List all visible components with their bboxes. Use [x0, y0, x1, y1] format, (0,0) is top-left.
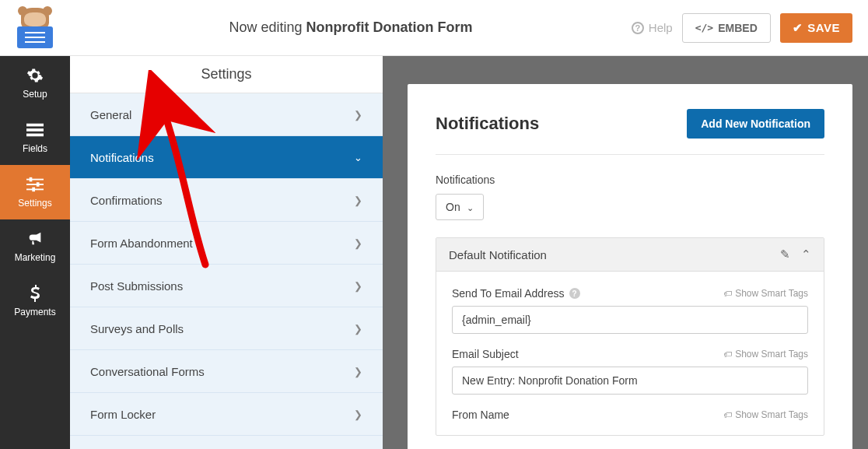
notifications-toggle[interactable]: On ⌄ — [436, 194, 484, 220]
settings-item-conversational-forms[interactable]: Conversational Forms ❯ — [70, 350, 383, 393]
svg-rect-5 — [26, 184, 44, 185]
left-nav: Setup Fields Settings Marketing Payments — [0, 56, 70, 449]
check-icon: ✔ — [793, 21, 803, 35]
svg-rect-6 — [37, 182, 40, 187]
embed-button[interactable]: </> EMBED — [682, 13, 771, 43]
svg-rect-2 — [26, 134, 44, 137]
nav-label: Setup — [23, 89, 47, 100]
smart-tags-toggle[interactable]: 🏷 Show Smart Tags — [723, 288, 808, 299]
smart-tags-toggle[interactable]: 🏷 Show Smart Tags — [723, 349, 808, 360]
nav-settings[interactable]: Settings — [0, 165, 70, 219]
nav-label: Settings — [18, 198, 51, 209]
help-link[interactable]: ? Help — [632, 21, 673, 34]
tag-icon: 🏷 — [723, 289, 732, 298]
collapse-icon[interactable]: ⌃ — [801, 247, 811, 261]
settings-item-label: Conversational Forms — [90, 365, 205, 378]
tag-icon: 🏷 — [723, 349, 732, 359]
settings-item-label: Notifications — [90, 151, 154, 164]
dollar-icon — [26, 285, 44, 302]
card-title: Notifications — [436, 114, 539, 134]
svg-rect-0 — [26, 124, 44, 127]
nav-setup[interactable]: Setup — [0, 56, 70, 110]
svg-rect-1 — [26, 128, 44, 132]
settings-item-confirmations[interactable]: Confirmations ❯ — [70, 179, 383, 222]
settings-item-label: Form Abandonment — [90, 237, 193, 250]
nav-label: Fields — [23, 143, 47, 154]
chevron-right-icon: ❯ — [354, 195, 362, 206]
edit-icon[interactable]: ✎ — [780, 247, 790, 261]
smart-tags-toggle[interactable]: 🏷 Show Smart Tags — [723, 409, 808, 420]
sliders-icon — [26, 176, 44, 193]
wpforms-logo — [0, 8, 70, 48]
gear-icon — [26, 67, 44, 84]
chevron-down-icon: ⌄ — [354, 152, 362, 163]
list-icon — [26, 121, 44, 139]
settings-item-label: Form Locker — [90, 408, 156, 421]
send-to-label: Send To Email Address ? — [452, 287, 580, 300]
help-label: Help — [649, 21, 673, 34]
svg-rect-3 — [26, 179, 44, 181]
panel-title: Default Notification — [449, 248, 547, 261]
save-button[interactable]: ✔ SAVE — [780, 13, 852, 43]
toggle-value: On — [446, 201, 460, 213]
chevron-right-icon: ❯ — [354, 323, 362, 335]
settings-item-label: Confirmations — [90, 194, 163, 207]
code-icon: </> — [695, 22, 713, 33]
settings-header: Settings — [70, 56, 383, 93]
embed-label: EMBED — [718, 22, 758, 34]
chevron-right-icon: ❯ — [354, 366, 362, 377]
settings-item-post-submissions[interactable]: Post Submissions ❯ — [70, 265, 383, 307]
nav-payments[interactable]: Payments — [0, 274, 70, 328]
settings-item-notifications[interactable]: Notifications ⌄ — [70, 136, 383, 179]
settings-item-label: Post Submissions — [90, 279, 183, 293]
send-to-input[interactable] — [452, 306, 808, 334]
settings-item-general[interactable]: General ❯ — [70, 93, 383, 136]
editing-prefix: Now editing — [229, 19, 306, 35]
svg-rect-8 — [32, 188, 35, 192]
tag-icon: 🏷 — [723, 410, 732, 419]
chevron-right-icon: ❯ — [354, 409, 362, 420]
nav-marketing[interactable]: Marketing — [0, 219, 70, 274]
nav-fields[interactable]: Fields — [0, 110, 70, 165]
settings-item-label: Surveys and Polls — [90, 322, 184, 335]
add-notification-button[interactable]: Add New Notification — [687, 109, 824, 139]
help-tooltip-icon[interactable]: ? — [569, 288, 580, 299]
from-name-label: From Name — [452, 409, 509, 421]
subject-input[interactable] — [452, 367, 808, 395]
settings-item-surveys-polls[interactable]: Surveys and Polls ❯ — [70, 307, 383, 350]
settings-item-form-abandonment[interactable]: Form Abandonment ❯ — [70, 222, 383, 265]
settings-item-form-locker[interactable]: Form Locker ❯ — [70, 393, 383, 436]
bullhorn-icon — [26, 230, 44, 247]
settings-item-label: General — [90, 108, 131, 121]
notification-panel: Default Notification ✎ ⌃ Send To Email A… — [436, 237, 824, 436]
nav-label: Payments — [14, 307, 55, 317]
page-title: Now editing Nonprofit Donation Form — [70, 19, 632, 36]
nav-label: Marketing — [15, 252, 56, 263]
save-label: SAVE — [807, 21, 840, 34]
notifications-toggle-label: Notifications — [436, 174, 824, 186]
main-card: Notifications Add New Notification Notif… — [408, 84, 852, 449]
subject-label: Email Subject — [452, 348, 519, 360]
form-name: Nonprofit Donation Form — [306, 19, 472, 35]
chevron-right-icon: ❯ — [354, 280, 362, 292]
help-icon: ? — [632, 22, 644, 34]
svg-rect-4 — [30, 177, 33, 182]
chevron-right-icon: ❯ — [354, 237, 362, 249]
settings-sidebar: Settings General ❯ Notifications ⌄ Confi… — [70, 56, 383, 449]
chevron-right-icon: ❯ — [354, 109, 362, 121]
chevron-down-icon: ⌄ — [467, 203, 474, 212]
